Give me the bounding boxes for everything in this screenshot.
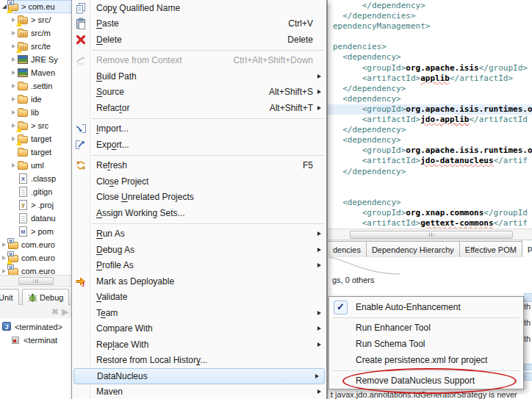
- tree-item-maven-dependencies[interactable]: Maven: [0, 66, 71, 79]
- expander-collapsed-icon[interactable]: [10, 55, 18, 64]
- code-line[interactable]: <dependency>: [333, 94, 532, 104]
- expander-collapsed-icon[interactable]: [10, 108, 18, 117]
- code-line-current[interactable]: <groupId>org.apache.isis.runtimes.o: [328, 104, 532, 115]
- scrollbar-thumb[interactable]: [350, 231, 513, 239]
- submenu-item-run-enhancer-tool[interactable]: Run Enhancer Tool: [329, 320, 523, 336]
- menu-item-build-path[interactable]: Build Path: [72, 68, 326, 85]
- tab-junit[interactable]: Unit: [0, 289, 19, 305]
- tree-item-src-main[interactable]: src/m: [0, 26, 71, 40]
- code-line[interactable]: <dependency>: [333, 135, 532, 145]
- menu-item-import[interactable]: Import...: [72, 121, 326, 137]
- menu-item-refactor[interactable]: Refactor Alt+Shift+T: [72, 100, 326, 116]
- submenu-arrow-icon: [317, 90, 321, 94]
- code-line[interactable]: <dependency>: [333, 52, 532, 62]
- code-line[interactable]: <artifactId>jdo-applib</artifactId: [333, 115, 532, 125]
- tree-item-pom[interactable]: > pom: [0, 225, 71, 238]
- tree-item-ide[interactable]: ide: [0, 93, 71, 106]
- menu-item-close-project[interactable]: Close Project: [72, 173, 326, 190]
- code-line[interactable]: </dependency>: [333, 84, 532, 94]
- tree-item-label: .gitign: [31, 187, 52, 196]
- expander-collapsed-icon[interactable]: [10, 29, 18, 37]
- code-line[interactable]: [333, 187, 532, 198]
- tree-item-uml[interactable]: uml: [0, 159, 71, 172]
- submenu-item-create-persistence-xml[interactable]: Create persistence.xml for project: [329, 352, 523, 368]
- menu-item-replace-with[interactable]: Replace With: [72, 337, 326, 353]
- menu-item-close-unrelated-projects[interactable]: Close Unrelated Projects: [72, 190, 326, 206]
- menu-item-validate[interactable]: Validate: [72, 290, 326, 306]
- submenu-item-remove-datanucleus-support[interactable]: Remove DataNucleus Support: [329, 373, 523, 389]
- tab-dependencies[interactable]: dencies: [328, 241, 367, 257]
- code-line[interactable]: </dependency>: [333, 125, 532, 135]
- tab-dependency-hierarchy[interactable]: Dependency Hierarchy: [366, 241, 460, 257]
- code-line[interactable]: </dependency>: [333, 167, 532, 177]
- code-line[interactable]: <groupId>org.apache.isis.runtimes.o: [333, 145, 532, 156]
- menu-item-debug-as[interactable]: Debug As: [72, 242, 326, 258]
- menu-item-refresh[interactable]: Refresh F5: [72, 158, 326, 174]
- tree-item-src-folder[interactable]: > src: [0, 119, 71, 132]
- menu-item-remove-from-context[interactable]: Remove from Context Ctrl+Alt+Shift+Down: [72, 53, 326, 69]
- tree-item-project-2[interactable]: com.euro: [0, 238, 71, 251]
- tree-item-datanucleus-file[interactable]: datanu: [0, 212, 71, 225]
- code-line[interactable]: ependencyManagement>: [333, 21, 532, 32]
- tab-effective-pom[interactable]: Effective POM: [459, 241, 522, 257]
- tree-item-settings[interactable]: .settin: [0, 79, 71, 93]
- code-line[interactable]: <artifactId>gettext-commons</artif: [333, 218, 532, 229]
- menu-item-profile-as[interactable]: Profile As: [72, 258, 326, 274]
- menu-item-copy-qualified-name[interactable]: Copy Qualified Name: [72, 0, 326, 16]
- scrollbar-thumb[interactable]: [18, 277, 54, 285]
- tab-pom-xml[interactable]: po: [522, 240, 532, 257]
- code-line[interactable]: [333, 32, 532, 42]
- code-line[interactable]: <artifactId>applib</artifactId>: [333, 73, 532, 84]
- submenu-item-run-schema-tool[interactable]: Run Schema Tool: [329, 336, 523, 352]
- pom-xml-editor[interactable]: </dependency> </dependencies> ependencyM…: [327, 0, 532, 229]
- code-line[interactable]: </dependencies>: [333, 11, 532, 21]
- tree-item-project-3[interactable]: com.euro: [0, 251, 71, 265]
- tree-item-target-2[interactable]: target: [0, 145, 71, 159]
- debug-process-row[interactable]: <terminat: [0, 334, 71, 347]
- tree-item-target[interactable]: target: [0, 132, 71, 145]
- tab-debug[interactable]: Debug: [22, 289, 69, 305]
- code-line[interactable]: [333, 177, 532, 187]
- resume-icon[interactable]: ▶: [62, 308, 68, 316]
- code-line[interactable]: <artifactId>jdo-datanucleus</artif: [333, 156, 532, 166]
- menu-item-team[interactable]: Team: [72, 305, 326, 321]
- tree-item-src[interactable]: > src/: [0, 13, 71, 26]
- submenu-item-enable-auto-enhancement[interactable]: ✓ Enable Auto-Enhancement: [329, 299, 523, 315]
- package-explorer-hscrollbar[interactable]: [0, 275, 71, 286]
- expander-collapsed-icon[interactable]: [10, 95, 18, 104]
- code-line[interactable]: </dependency>: [333, 1, 532, 11]
- expander-spacer: [10, 214, 18, 223]
- tree-item-classpath[interactable]: .classp: [0, 172, 71, 185]
- tree-item-src-test[interactable]: src/te: [0, 40, 71, 53]
- menu-item-maven[interactable]: Maven: [72, 384, 326, 399]
- tree-item-jre-library[interactable]: JRE Sy: [0, 53, 71, 66]
- code-line[interactable]: pendencies>: [333, 42, 532, 52]
- editor-hscrollbar[interactable]: [327, 229, 532, 240]
- menu-item-run-as[interactable]: Run As: [72, 226, 326, 242]
- tree-item-project-4[interactable]: com.euro: [0, 265, 71, 275]
- menu-item-label: Remove from Context: [96, 55, 182, 65]
- remove-terminated-icon[interactable]: ✖: [51, 308, 58, 316]
- menu-item-mark-as-deployable[interactable]: J Mark as Deployable: [72, 273, 326, 290]
- menu-item-source[interactable]: Source Alt+Shift+S: [72, 85, 326, 101]
- menu-item-assign-working-sets[interactable]: Assign Working Sets...: [72, 205, 326, 221]
- tree-item-project-file[interactable]: > .proj: [0, 198, 71, 212]
- expander-collapsed-icon[interactable]: [10, 82, 18, 90]
- menu-item-export[interactable]: Export...: [72, 137, 326, 153]
- expander-collapsed-icon[interactable]: [10, 161, 18, 170]
- debug-row-label: <terminated>: [15, 323, 62, 331]
- menu-item-restore-from-local-history[interactable]: Restore from Local History...: [72, 353, 326, 369]
- tree-item-gitignore[interactable]: .gitign: [0, 185, 71, 198]
- menu-item-delete[interactable]: Delete Delete: [72, 32, 326, 48]
- menu-item-compare-with[interactable]: Compare With: [72, 321, 326, 337]
- submenu-arrow-icon: [317, 74, 321, 79]
- menu-item-datanucleus[interactable]: DataNucleus: [73, 368, 325, 384]
- code-line[interactable]: <groupId>org.apache.isis</groupId>: [333, 63, 532, 73]
- menu-item-paste[interactable]: Paste Ctrl+V: [72, 16, 326, 32]
- code-line[interactable]: <groupId>org.xnap.commons</groupId: [333, 208, 532, 218]
- tree-item-lib[interactable]: lib: [0, 106, 71, 119]
- expander-collapsed-icon[interactable]: [10, 68, 18, 77]
- tree-item-project-root[interactable]: > com.eu: [0, 0, 71, 13]
- code-line[interactable]: <dependency>: [333, 198, 532, 208]
- debug-launch-row[interactable]: <terminated>: [0, 320, 71, 334]
